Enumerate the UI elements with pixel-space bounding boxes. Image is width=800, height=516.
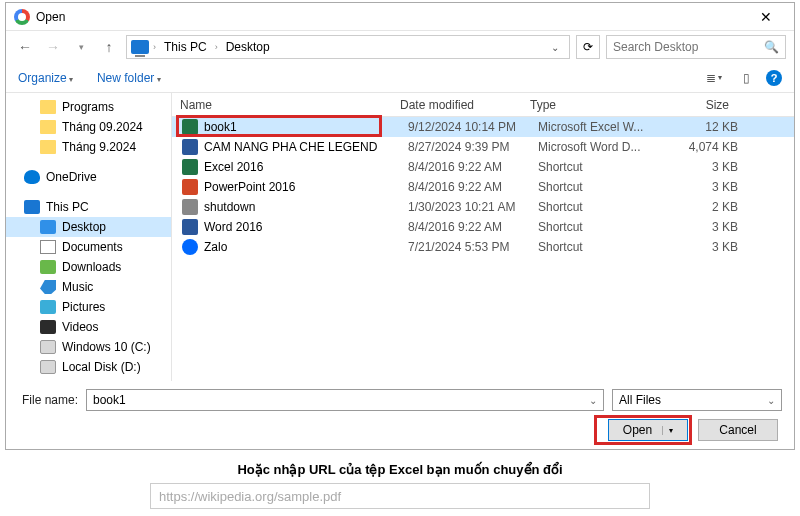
tree-item[interactable]: Music bbox=[6, 277, 171, 297]
file-type: Shortcut bbox=[530, 160, 656, 174]
nav-back[interactable]: ← bbox=[14, 36, 36, 58]
file-row[interactable]: Zalo7/21/2024 5:53 PMShortcut3 KB bbox=[172, 237, 794, 257]
folder-icon bbox=[40, 140, 56, 154]
tree-item-label: Pictures bbox=[62, 300, 105, 314]
col-name[interactable]: Name bbox=[172, 98, 392, 112]
file-pane: Name Date modified Type Size book19/12/2… bbox=[172, 93, 794, 381]
url-zone: Hoặc nhập URL của tệp Excel bạn muốn chu… bbox=[0, 462, 800, 509]
col-type[interactable]: Type bbox=[522, 98, 648, 112]
disk-icon bbox=[40, 340, 56, 354]
preview-pane-button[interactable]: ▯ bbox=[734, 67, 758, 89]
col-size[interactable]: Size bbox=[648, 98, 738, 112]
url-input[interactable] bbox=[150, 483, 650, 509]
file-row[interactable]: Excel 20168/4/2016 9:22 AMShortcut3 KB bbox=[172, 157, 794, 177]
file-name: PowerPoint 2016 bbox=[204, 180, 400, 194]
refresh-button[interactable]: ⟳ bbox=[576, 35, 600, 59]
filename-label: File name: bbox=[18, 393, 78, 407]
navbar: ← → ▾ ↑ › This PC › Desktop ⌄ ⟳ 🔍 bbox=[6, 31, 794, 63]
file-name: book1 bbox=[204, 120, 400, 134]
breadcrumb-current[interactable]: Desktop bbox=[222, 40, 274, 54]
file-row[interactable]: shutdown1/30/2023 10:21 AMShortcut2 KB bbox=[172, 197, 794, 217]
nav-tree[interactable]: ProgramsTháng 09.2024Tháng 9.2024OneDriv… bbox=[6, 93, 172, 381]
tree-item-label: Desktop bbox=[62, 220, 106, 234]
tree-item-label: Local Disk (D:) bbox=[62, 360, 141, 374]
tree-item[interactable]: Downloads bbox=[6, 257, 171, 277]
file-size: 3 KB bbox=[656, 220, 746, 234]
tree-item[interactable]: Videos bbox=[6, 317, 171, 337]
file-date: 9/12/2024 10:14 PM bbox=[400, 120, 530, 134]
tree-item[interactable]: Pictures bbox=[6, 297, 171, 317]
file-row[interactable]: CAM NANG PHA CHE LEGEND8/27/2024 9:39 PM… bbox=[172, 137, 794, 157]
chevron-right-icon: › bbox=[153, 42, 156, 52]
new-folder-button[interactable]: New folder bbox=[97, 71, 161, 85]
tree-item[interactable]: This PC bbox=[6, 197, 171, 217]
close-button[interactable]: ✕ bbox=[746, 9, 786, 25]
file-date: 8/4/2016 9:22 AM bbox=[400, 180, 530, 194]
organize-menu[interactable]: Organize bbox=[18, 71, 73, 85]
chevron-down-icon[interactable]: ⌄ bbox=[545, 42, 565, 53]
tree-item-label: Downloads bbox=[62, 260, 121, 274]
tree-item-label: Windows 10 (C:) bbox=[62, 340, 151, 354]
file-type: Shortcut bbox=[530, 180, 656, 194]
list-icon: ≣ bbox=[706, 71, 716, 85]
tree-item-label: Tháng 9.2024 bbox=[62, 140, 136, 154]
view-mode-button[interactable]: ≣▾ bbox=[702, 67, 726, 89]
file-size: 3 KB bbox=[656, 240, 746, 254]
file-list[interactable]: book19/12/2024 10:14 PMMicrosoft Excel W… bbox=[172, 117, 794, 381]
cancel-button[interactable]: Cancel bbox=[698, 419, 778, 441]
filename-field[interactable]: ⌄ bbox=[86, 389, 604, 411]
col-date[interactable]: Date modified bbox=[392, 98, 522, 112]
tree-item[interactable]: Windows 10 (C:) bbox=[6, 337, 171, 357]
search-box[interactable]: 🔍 bbox=[606, 35, 786, 59]
file-type: Shortcut bbox=[530, 220, 656, 234]
tree-item[interactable]: Documents bbox=[6, 237, 171, 257]
tree-item[interactable]: Tháng 09.2024 bbox=[6, 117, 171, 137]
help-button[interactable]: ? bbox=[766, 70, 782, 86]
chevron-right-icon: › bbox=[215, 42, 218, 52]
titlebar: Open ✕ bbox=[6, 3, 794, 31]
tree-item[interactable]: Desktop bbox=[6, 217, 171, 237]
dialog-body: ProgramsTháng 09.2024Tháng 9.2024OneDriv… bbox=[6, 93, 794, 381]
docx-icon bbox=[182, 139, 198, 155]
tree-item-label: Documents bbox=[62, 240, 123, 254]
nav-forward[interactable]: → bbox=[42, 36, 64, 58]
doc-icon bbox=[40, 240, 56, 254]
file-name: shutdown bbox=[204, 200, 400, 214]
tree-item[interactable]: Local Disk (D:) bbox=[6, 357, 171, 377]
file-row[interactable]: Word 20168/4/2016 9:22 AMShortcut3 KB bbox=[172, 217, 794, 237]
column-headers: Name Date modified Type Size bbox=[172, 93, 794, 117]
file-name: Zalo bbox=[204, 240, 400, 254]
file-row[interactable]: PowerPoint 20168/4/2016 9:22 AMShortcut3… bbox=[172, 177, 794, 197]
breadcrumb[interactable]: › This PC › Desktop ⌄ bbox=[126, 35, 570, 59]
tree-item[interactable]: Programs bbox=[6, 97, 171, 117]
exe-icon bbox=[182, 199, 198, 215]
tree-item[interactable]: Tháng 9.2024 bbox=[6, 137, 171, 157]
desktop-icon bbox=[40, 220, 56, 234]
open-dialog: Open ✕ ← → ▾ ↑ › This PC › Desktop ⌄ ⟳ 🔍… bbox=[5, 2, 795, 450]
file-row[interactable]: book19/12/2024 10:14 PMMicrosoft Excel W… bbox=[172, 117, 794, 137]
video-icon bbox=[40, 320, 56, 334]
nav-history-dropdown[interactable]: ▾ bbox=[70, 36, 92, 58]
tree-item-label: Programs bbox=[62, 100, 114, 114]
chevron-down-icon[interactable]: ⌄ bbox=[589, 395, 597, 406]
breadcrumb-root[interactable]: This PC bbox=[160, 40, 211, 54]
xls-icon bbox=[182, 159, 198, 175]
dialog-title: Open bbox=[36, 10, 746, 24]
file-date: 1/30/2023 10:21 AM bbox=[400, 200, 530, 214]
file-name: CAM NANG PHA CHE LEGEND bbox=[204, 140, 400, 154]
tree-item[interactable]: OneDrive bbox=[6, 167, 171, 187]
file-name: Word 2016 bbox=[204, 220, 400, 234]
search-input[interactable] bbox=[613, 40, 764, 54]
search-icon: 🔍 bbox=[764, 40, 779, 54]
filename-input[interactable] bbox=[93, 393, 589, 407]
url-header: Hoặc nhập URL của tệp Excel bạn muốn chu… bbox=[0, 462, 800, 477]
file-filter-dropdown[interactable]: All Files ⌄ bbox=[612, 389, 782, 411]
nav-up[interactable]: ↑ bbox=[98, 36, 120, 58]
file-size: 3 KB bbox=[656, 160, 746, 174]
music-icon bbox=[40, 280, 56, 294]
pc-icon bbox=[131, 40, 149, 54]
file-size: 12 KB bbox=[656, 120, 746, 134]
zalo-icon bbox=[182, 239, 198, 255]
file-type: Microsoft Word D... bbox=[530, 140, 656, 154]
tree-item-label: This PC bbox=[46, 200, 89, 214]
